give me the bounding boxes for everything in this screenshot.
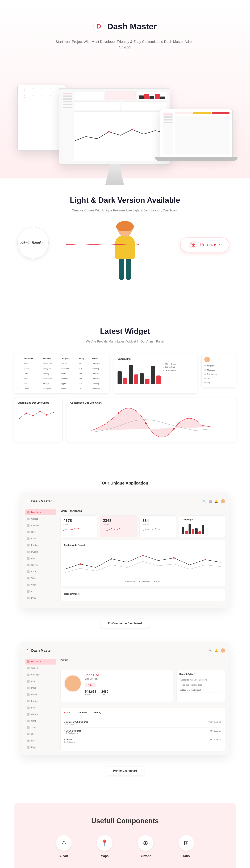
profile-menu-item[interactable]: Setting [204,376,233,380]
stat-card: 4378Sales [60,516,97,537]
desktop-mockup [59,88,170,164]
component-item[interactable]: ⊞Tabs [169,835,203,858]
svg-point-3 [155,130,156,131]
svg-point-9 [53,412,54,413]
profile-menu-item[interactable]: My profile [204,364,233,368]
sidebar-item[interactable]: Chat [25,529,56,535]
component-item[interactable]: ⚠Aleart [47,835,81,858]
tab-setting[interactable]: Setting [94,711,101,714]
svg-point-5 [26,412,27,414]
svg-point-12 [173,428,175,430]
profile-card: John Deo Web Developer Follow 548.678Pro… [60,670,173,702]
svg-point-8 [46,414,48,415]
sidebar-item[interactable]: Dashboard [25,659,56,664]
svg-point-17 [205,559,206,560]
sidebar-item[interactable]: Inbox [25,536,56,541]
more-icon[interactable]: ⋯ [222,509,225,513]
profile-menu-item[interactable]: Notification [204,372,233,376]
recent-orders: Recent Orders [60,589,225,601]
sidebar-item[interactable]: Table [25,724,56,731]
component-icon: 📍 [97,835,113,851]
tablet-mockup: 1———— 2———— 3———— 4———— 5———— [18,85,66,151]
shopping-bag-icon: 🛍 [189,241,196,248]
systemwide-report: Systemwide Report ● Revenue● Impression●… [60,540,225,586]
widget-campaigns: Campaigns ● 25k — Open● 14k — Click● 8k … [114,354,197,394]
tab-timeline[interactable]: Timeline [77,711,87,714]
sidebar-item[interactable]: Maps [25,595,56,601]
component-icon: ⊞ [179,835,194,851]
widget-profile-menu: My profileMessageNotificationSettingLog … [201,354,236,388]
light-dark-heading: Light & Dark Version Available [14,196,236,205]
sidebar-item[interactable]: Form [25,705,56,711]
follow-button[interactable]: Follow [85,683,96,687]
ecommerce-dashboard-preview: DDash Master 🔍 ▦ 🔔 DashboardWidgetCalend… [21,493,229,608]
search-icon[interactable]: 🔍 [208,649,212,652]
sidebar-item[interactable]: Invoice [25,549,56,555]
sidebar-item[interactable]: Dashboard [25,509,56,515]
profile-avatar [64,675,82,692]
sidebar-item[interactable]: Card [25,718,56,724]
sidebar-item[interactable]: Chart [25,731,56,737]
sidebar-item[interactable]: Chart [25,582,56,588]
svg-point-7 [39,411,41,412]
apps-section: Our Unique Application DDash Master 🔍 ▦ … [0,463,250,793]
character-illustration [107,223,143,285]
profile-menu-item[interactable]: Log out [204,380,233,384]
campaigns-title: Campaigns [118,358,194,360]
widget-line-small: Customized Dot Line Chart [14,398,62,442]
component-item[interactable]: ⊕Buttons [128,835,162,858]
sidebar-item[interactable]: Inbox [25,685,56,691]
sidebar-item[interactable]: Card [25,569,56,575]
avatar [204,357,210,362]
sidebar-item[interactable]: Widget [25,665,56,671]
avatar[interactable] [221,499,225,503]
component-item[interactable]: 📍Maps [88,835,122,858]
svg-point-13 [80,563,81,565]
admin-template-bubble: Admin Templete [18,227,49,258]
svg-point-15 [142,555,144,556]
sidebar-item[interactable]: Icon [25,738,56,744]
svg-point-0 [85,136,87,137]
svg-point-4 [19,418,20,419]
components-section: Usefull Components ⚠Aleart📍Maps⊕Buttons⊞… [14,803,236,868]
brand-name: Dash Master [107,22,157,31]
sidebar: DashboardWidgetCalendarChatInboxProductI… [25,509,56,603]
sidebar-item[interactable]: Gallery [25,711,56,717]
sidebar-item[interactable]: Product [25,542,56,548]
bell-icon[interactable]: 🔔 [215,649,218,652]
profile-menu-item[interactable]: Message [204,368,233,372]
hero-section: D Dash Master Start Your Project With Mo… [0,0,250,179]
profile-caption: Profile Dashboard [106,766,144,775]
avatar[interactable] [221,648,225,653]
purchase-button[interactable]: 🛍 Purchase [180,238,229,252]
sidebar-item[interactable]: Product [25,692,56,698]
sidebar-item[interactable]: Form [25,556,56,561]
widget-table: #First NamePositionCompanySalaryStatus1M… [14,354,110,394]
sidebar-item[interactable]: Maps [25,744,56,750]
sidebar-item[interactable]: Icon [25,589,56,594]
recent-activity: Recent Activity • Updated new dashboard … [177,670,225,702]
sidebar-item[interactable]: Widget [25,516,56,522]
sidebar-item[interactable]: Gallery [25,562,56,568]
sidebar-item[interactable]: Calendar [25,672,56,678]
hero-subtitle: Start Your Project With Most Developer F… [56,39,194,50]
svg-point-6 [32,415,34,416]
svg-point-16 [173,557,175,559]
brand-row: D Dash Master [7,21,243,32]
component-icon: ⊕ [138,835,153,851]
bell-icon[interactable]: 🔔 [215,500,218,503]
light-dark-section: Light & Dark Version Available Creative … [0,179,250,310]
purchase-label: Purchase [200,242,220,248]
dotted-connector [66,244,139,245]
laptop-mockup [160,109,232,158]
sidebar-item[interactable]: Chat [25,678,56,684]
tab-about[interactable]: About [64,711,71,714]
sidebar-item[interactable]: Calendar [25,523,56,528]
grid-icon[interactable]: ▦ [209,500,212,503]
widgets-heading: Latest Widget [14,327,236,336]
svg-point-10 [118,412,119,414]
sidebar-item[interactable]: Table [25,575,56,581]
campaigns-card: Campaigns [179,516,225,537]
sidebar-item[interactable]: Invoice [25,698,56,704]
search-icon[interactable]: 🔍 [203,500,207,503]
